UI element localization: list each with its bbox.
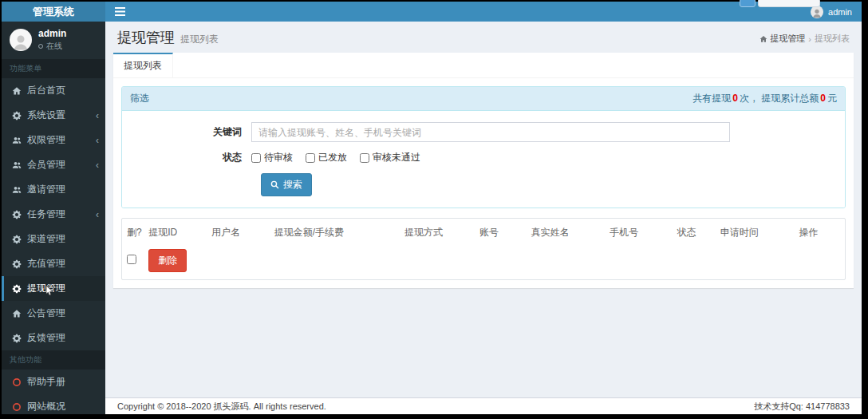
- circle-o-icon: [12, 402, 22, 412]
- online-status-icon: [38, 44, 43, 49]
- chevron-left-icon: ‹: [96, 112, 99, 120]
- col-apply-time: 申请时间: [716, 219, 795, 245]
- gear-icon: [12, 259, 22, 269]
- hamburger-icon: [115, 7, 125, 16]
- sidebar-toggle-button[interactable]: [115, 7, 125, 16]
- col-method: 提现方式: [400, 219, 475, 245]
- withdrawal-count: 0: [731, 93, 740, 104]
- page-title: 提现管理: [117, 30, 175, 45]
- overlay-pill: [758, 0, 820, 7]
- sidebar-item-recharge[interactable]: 充值管理: [2, 251, 105, 276]
- table-action-row: 删除: [122, 245, 845, 279]
- col-realname: 真实姓名: [526, 219, 605, 245]
- support-text: 技术支持Qq: 414778833: [754, 401, 850, 413]
- gear-icon: [12, 334, 22, 343]
- tab-withdrawal-list[interactable]: 提现列表: [113, 53, 173, 77]
- gear-icon: [12, 284, 22, 294]
- col-status: 状态: [672, 219, 715, 245]
- breadcrumb-root[interactable]: 提现管理: [760, 33, 805, 45]
- sidebar-item-withdrawals[interactable]: 提现管理: [2, 276, 105, 301]
- sidebar-item-feedback[interactable]: 反馈管理: [2, 326, 105, 350]
- gear-icon: [12, 111, 22, 121]
- col-delete: 删?: [122, 219, 144, 245]
- col-actions: 操作: [795, 219, 845, 245]
- home-icon: [12, 86, 22, 96]
- admin-app: 管理系统 admin admin: [2, 2, 862, 414]
- gear-icon: [12, 210, 22, 219]
- users-icon: [12, 160, 22, 170]
- sidebar-username: admin: [38, 28, 66, 39]
- sidebar-avatar: [10, 29, 32, 51]
- status-option-rejected[interactable]: 审核未通过: [360, 151, 420, 164]
- mouse-cursor: [45, 286, 54, 296]
- search-button[interactable]: 搜索: [261, 173, 312, 196]
- status-checkbox-issued[interactable]: [306, 153, 315, 163]
- footer: Copyright © 2018--2020 抓头源码. All rights …: [105, 397, 862, 414]
- filter-panel-title: 筛选: [130, 92, 149, 105]
- user-online-status: 在线: [38, 41, 66, 52]
- menu-section-label: 功能菜单: [2, 59, 105, 78]
- chevron-left-icon: ‹: [96, 136, 99, 144]
- sidebar: admin 在线 功能菜单 后台首页 系统设置 ‹ 权限管理: [2, 22, 105, 414]
- users-icon: [12, 185, 22, 195]
- status-checkbox-pending[interactable]: [251, 153, 261, 163]
- sidebar-item-dashboard[interactable]: 后台首页: [2, 78, 105, 103]
- select-all-checkbox[interactable]: [127, 255, 136, 264]
- tab-bar: 提现列表: [113, 53, 854, 78]
- col-username: 用户名: [207, 219, 270, 245]
- keyword-label: 关键词: [130, 125, 251, 139]
- col-amount-fee: 提现金额/手续费: [270, 219, 400, 245]
- table-header-row: 删? 提现ID 用户名 提现金额/手续费 提现方式 账号 真实姓名 手机号 状态: [122, 219, 845, 245]
- gear-icon: [12, 235, 22, 244]
- sidebar-user-panel: admin 在线: [2, 22, 105, 59]
- sidebar-item-permissions[interactable]: 权限管理 ‹: [2, 128, 105, 152]
- page-subtitle: 提现列表: [180, 34, 219, 45]
- sidebar-item-members[interactable]: 会员管理 ‹: [2, 152, 105, 177]
- withdrawal-list-box: 提现列表 筛选 共有提现0次， 提现累计总额0元: [113, 53, 854, 288]
- users-icon: [12, 136, 22, 145]
- filter-panel: 筛选 共有提现0次， 提现累计总额0元 关键词: [121, 86, 846, 208]
- col-account: 账号: [475, 219, 526, 245]
- sidebar-item-site-overview[interactable]: 网站概况: [2, 394, 105, 414]
- copyright-text: Copyright © 2018--2020 抓头源码. All rights …: [117, 401, 326, 413]
- keyword-input[interactable]: [251, 122, 730, 142]
- sidebar-item-system-settings[interactable]: 系统设置 ‹: [2, 103, 105, 128]
- breadcrumb-separator: ›: [808, 34, 811, 44]
- withdrawal-table: 删? 提现ID 用户名 提现金额/手续费 提现方式 账号 真实姓名 手机号 状态: [121, 218, 846, 280]
- sidebar-item-help-manual[interactable]: 帮助手册: [2, 370, 105, 394]
- status-option-pending[interactable]: 待审核: [251, 151, 293, 164]
- menu-section-label: 其他功能: [2, 350, 105, 370]
- status-option-issued[interactable]: 已发放: [306, 151, 347, 164]
- delete-button[interactable]: 删除: [148, 249, 187, 272]
- home-icon: [760, 35, 767, 43]
- col-withdrawal-id: 提现ID: [144, 219, 207, 245]
- breadcrumb-current: 提现列表: [815, 33, 850, 45]
- chevron-left-icon: ‹: [96, 211, 99, 219]
- brand-logo[interactable]: 管理系统: [2, 2, 105, 22]
- search-icon: [270, 180, 279, 189]
- breadcrumb: 提现管理 › 提现列表: [760, 33, 850, 45]
- sidebar-item-channels[interactable]: 渠道管理: [2, 227, 105, 251]
- qq-icon: [740, 0, 756, 7]
- topbar-username: admin: [828, 7, 852, 17]
- status-checkbox-rejected[interactable]: [360, 153, 369, 163]
- content-header: 提现管理提现列表 提现管理 › 提现列表: [105, 22, 862, 53]
- top-navbar: 管理系统 admin: [2, 2, 862, 22]
- home-icon: [12, 309, 22, 318]
- sidebar-item-tasks[interactable]: 任务管理 ‹: [2, 202, 105, 227]
- sidebar-item-invitations[interactable]: 邀请管理: [2, 177, 105, 202]
- browser-overlay-artifact: [740, 0, 820, 7]
- circle-o-icon: [12, 377, 22, 387]
- status-label: 状态: [130, 151, 251, 164]
- sidebar-item-announcements[interactable]: 公告管理: [2, 301, 105, 326]
- withdrawal-total: 0: [819, 93, 827, 104]
- withdrawal-stats: 共有提现0次， 提现累计总额0元: [692, 92, 837, 105]
- col-phone: 手机号: [605, 219, 672, 245]
- chevron-left-icon: ‹: [96, 161, 99, 169]
